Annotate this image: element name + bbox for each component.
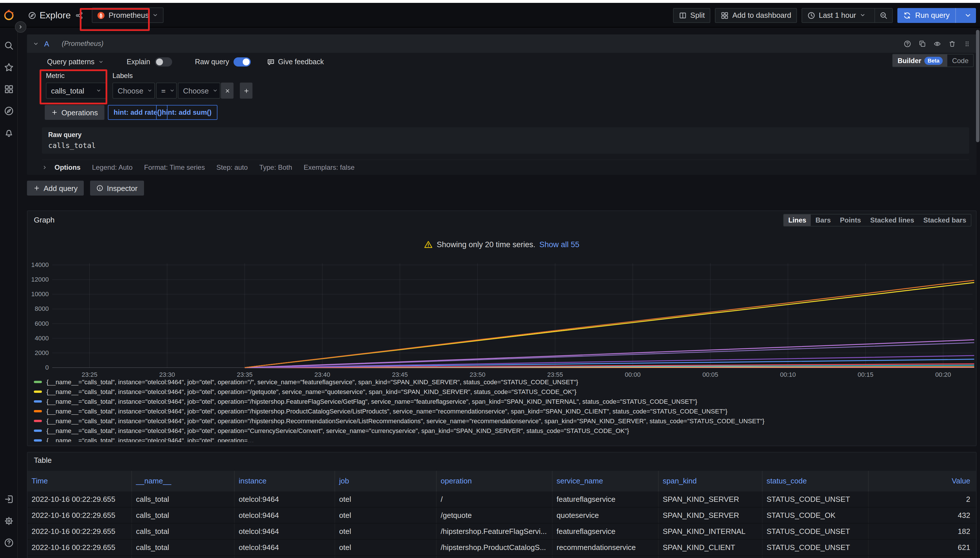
graph-mode-stacked-lines[interactable]: Stacked lines <box>865 215 919 226</box>
column-header-statuscode[interactable]: status_code <box>762 471 868 491</box>
tab-builder[interactable]: Builder Beta <box>893 54 947 67</box>
legend-item[interactable]: {__name__="calls_total", instance="otelc… <box>34 425 972 435</box>
column-header-job[interactable]: job <box>334 471 436 491</box>
graph-mode-bars[interactable]: Bars <box>811 215 835 226</box>
chevron-down-icon[interactable] <box>960 11 976 19</box>
table-cell: otel <box>334 540 436 555</box>
column-header-value[interactable]: Value <box>868 471 976 491</box>
legend-item[interactable]: {__name__="calls_total", instance="otelc… <box>34 406 972 416</box>
add-to-dashboard-button[interactable]: Add to dashboard <box>715 8 797 23</box>
table-cell: recommendationservice <box>552 540 658 555</box>
table-cell: /getquote <box>436 507 552 523</box>
remove-label-filter-button[interactable] <box>221 82 233 98</box>
table-body: 2022-10-16 00:22:29.655calls_totalotelco… <box>28 491 976 558</box>
split-icon <box>679 11 687 19</box>
query-help-icon[interactable] <box>904 40 911 47</box>
legend-item[interactable]: {__name__="calls_total", instance="otelc… <box>34 377 972 387</box>
sidebar-item-explore[interactable] <box>0 100 18 121</box>
options-label: Options <box>54 163 81 171</box>
run-query-button[interactable]: Run query <box>898 8 976 23</box>
operations-button[interactable]: Operations <box>45 105 104 120</box>
table-cell: 2022-10-16 00:22:29.655 <box>28 524 132 539</box>
label-operator-select[interactable]: = <box>156 82 177 98</box>
column-header-servicename[interactable]: service_name <box>552 471 658 491</box>
show-all-series-link[interactable]: Show all 55 <box>539 240 579 249</box>
query-row-header[interactable]: A (Prometheus) <box>27 34 977 53</box>
help-icon <box>4 538 14 547</box>
toggle-visibility-icon[interactable] <box>934 40 941 47</box>
query-datasource-hint: (Prometheus) <box>62 39 103 48</box>
column-header-spankind[interactable]: span_kind <box>658 471 762 491</box>
legend-swatch <box>34 420 42 422</box>
legend-item-partial[interactable]: {__name__="calls_total", instance="otelc… <box>34 435 972 442</box>
graph-mode-points[interactable]: Points <box>835 215 865 226</box>
warning-icon <box>424 240 432 249</box>
sidebar-item-dashboards[interactable] <box>0 78 18 100</box>
scrollbar-thumb[interactable] <box>976 30 980 142</box>
raw-query-toggle[interactable] <box>234 57 251 67</box>
bell-icon <box>4 128 14 137</box>
give-feedback-button[interactable]: Give feedback <box>267 58 324 66</box>
top-nav: Explore Prometheus Split Add to dashboar… <box>0 3 980 28</box>
query-options-row[interactable]: Options Legend: AutoFormat: Time seriesS… <box>42 159 969 174</box>
table-cell: 621 <box>868 556 976 558</box>
table-cell: 621 <box>868 540 976 555</box>
legend-item[interactable]: {__name__="calls_total", instance="otelc… <box>34 416 972 425</box>
duplicate-query-icon[interactable] <box>919 40 926 47</box>
query-patterns-button[interactable]: Query patterns <box>47 58 94 66</box>
table-cell: STATUS_CODE_UNSET <box>762 540 868 555</box>
chevron-down-icon <box>860 12 866 18</box>
sidebar-item-search[interactable] <box>0 34 18 56</box>
legend-item[interactable]: {__name__="calls_total", instance="otelc… <box>34 396 972 406</box>
page-scrollbar[interactable] <box>975 28 980 558</box>
column-header-time[interactable]: Time <box>28 471 132 491</box>
legend-label: {__name__="calls_total", instance="otelc… <box>46 388 576 395</box>
table-cell: otelcol:9464 <box>234 540 334 555</box>
time-range-button[interactable]: Last 1 hour <box>802 8 871 22</box>
column-header-instance[interactable]: instance <box>234 471 334 491</box>
split-button[interactable]: Split <box>673 8 710 23</box>
explain-toggle[interactable] <box>155 57 172 67</box>
table-cell: STATUS_CODE_UNSET <box>762 524 868 539</box>
query-toolbar: Query patterns Explain Raw query Give fe… <box>47 57 324 67</box>
metric-select[interactable]: calls_total <box>46 82 107 98</box>
graph-mode-lines[interactable]: Lines <box>784 215 811 226</box>
add-query-button[interactable]: Add query <box>27 181 84 195</box>
clock-icon <box>807 11 816 19</box>
datasource-picker[interactable]: Prometheus <box>92 7 164 23</box>
graph-mode-stacked-bars[interactable]: Stacked bars <box>919 215 971 226</box>
drag-handle-icon[interactable] <box>964 40 971 47</box>
legend-swatch <box>34 439 42 441</box>
sidebar-item-alerting[interactable] <box>0 121 18 143</box>
sidebar-item-starred[interactable] <box>0 56 18 78</box>
grafana-logo[interactable] <box>2 8 16 22</box>
label-name-select[interactable]: Choose <box>112 82 155 98</box>
sidebar-expand-button[interactable] <box>15 21 26 33</box>
sidebar-item-sign-in[interactable] <box>0 488 18 510</box>
label-name-placeholder: Choose <box>118 86 143 95</box>
collapse-query-icon[interactable] <box>33 40 39 47</box>
hint-button-1[interactable]: hint: add sum() <box>156 105 217 120</box>
table-cell: otelcol:9464 <box>234 491 334 507</box>
column-header-name[interactable]: __name__ <box>132 471 234 491</box>
time-series-chart[interactable]: 23:2523:3023:3523:4023:4523:5023:5500:00… <box>29 259 975 384</box>
share-icon[interactable] <box>76 11 84 19</box>
legend-label: {__name__="calls_total", instance="otelc… <box>46 378 578 385</box>
tab-code[interactable]: Code <box>947 54 973 67</box>
column-header-operation[interactable]: operation <box>436 471 552 491</box>
table-cell: calls_total <box>132 507 234 523</box>
delete-query-icon[interactable] <box>949 40 956 47</box>
add-label-filter-button[interactable] <box>240 82 252 98</box>
add-to-dashboard-label: Add to dashboard <box>732 11 791 20</box>
table-cell: STATUS_CODE_UNSET <box>762 556 868 558</box>
sidebar-item-help[interactable] <box>0 532 18 553</box>
time-zoom-out-button[interactable] <box>875 8 892 22</box>
legend-item[interactable]: {__name__="calls_total", instance="otelc… <box>34 387 972 396</box>
sidebar-item-configuration[interactable] <box>0 510 18 532</box>
metric-value: calls_total <box>51 86 92 95</box>
plus-icon <box>243 87 249 94</box>
table-cell: /hipstershop.FeatureFlagServi... <box>436 524 552 539</box>
inspector-label: Inspector <box>107 184 138 192</box>
label-value-select[interactable]: Choose <box>178 82 220 98</box>
inspector-button[interactable]: Inspector <box>90 181 144 195</box>
